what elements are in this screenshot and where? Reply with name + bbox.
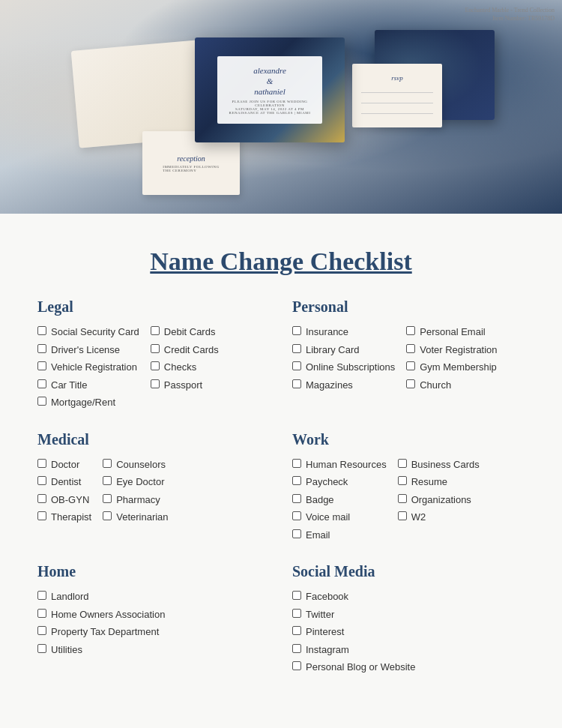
- checkbox[interactable]: [103, 459, 112, 468]
- checkbox[interactable]: [292, 609, 301, 618]
- list-item[interactable]: Dentist: [37, 475, 91, 490]
- checkbox[interactable]: [406, 379, 415, 388]
- list-item[interactable]: Doctor: [37, 457, 91, 472]
- list-item[interactable]: Pinterest: [292, 625, 415, 640]
- list-item[interactable]: Landlord: [37, 589, 165, 604]
- checkbox[interactable]: [292, 379, 301, 388]
- checkbox[interactable]: [292, 494, 301, 503]
- list-item[interactable]: Library Card: [292, 343, 395, 358]
- checkbox[interactable]: [37, 397, 46, 406]
- list-item[interactable]: Human Resources: [292, 457, 387, 472]
- list-item[interactable]: Credit Cards: [151, 343, 219, 358]
- checkbox[interactable]: [398, 476, 407, 485]
- checkbox[interactable]: [103, 494, 112, 503]
- list-item[interactable]: Twitter: [292, 607, 415, 622]
- checkbox[interactable]: [37, 379, 46, 388]
- checkbox[interactable]: [398, 511, 407, 520]
- list-item[interactable]: Social Security Card: [37, 325, 139, 340]
- checkbox[interactable]: [37, 626, 46, 635]
- list-item[interactable]: Mortgage/Rent: [37, 395, 139, 410]
- checkbox[interactable]: [292, 344, 301, 353]
- list-item[interactable]: Eye Doctor: [103, 475, 168, 490]
- checkbox[interactable]: [151, 326, 160, 335]
- personal-col1: Insurance Library Card Online Subscripti…: [292, 325, 395, 392]
- checkbox[interactable]: [37, 326, 46, 335]
- list-item[interactable]: Personal Email: [406, 325, 497, 340]
- list-item[interactable]: Pharmacy: [103, 493, 168, 508]
- checkbox[interactable]: [151, 379, 160, 388]
- hero-banner: Enchanted Marble - Trend Collection Item…: [0, 0, 562, 214]
- footer: cc CARLSON CRAFT® Rev 2/22: [0, 711, 562, 729]
- checkbox[interactable]: [103, 476, 112, 485]
- list-item[interactable]: Gym Membership: [406, 360, 497, 375]
- home-columns: Landlord Home Owners Association Propert…: [37, 589, 270, 657]
- list-item[interactable]: Resume: [398, 475, 480, 490]
- checkbox[interactable]: [37, 644, 46, 653]
- main-card-detail: PLEASE JOIN US FOR OUR WEDDING CELEBRATI…: [223, 100, 316, 115]
- checkbox[interactable]: [406, 344, 415, 353]
- checkbox[interactable]: [292, 326, 301, 335]
- checkbox[interactable]: [103, 511, 112, 520]
- cards-container: alexandre&nathaniel PLEASE JOIN US FOR O…: [45, 15, 517, 206]
- checkbox[interactable]: [398, 459, 407, 468]
- list-item[interactable]: Business Cards: [398, 457, 480, 472]
- list-item[interactable]: Veterinarian: [103, 510, 168, 525]
- list-item[interactable]: OB-GYN: [37, 493, 91, 508]
- list-item[interactable]: Online Subscriptions: [292, 360, 395, 375]
- social-media-col1: Facebook Twitter Pinterest Instagram: [292, 589, 415, 675]
- checkbox[interactable]: [406, 361, 415, 370]
- checkbox[interactable]: [37, 511, 46, 520]
- list-item[interactable]: Voter Registration: [406, 343, 497, 358]
- reception-script: reception: [177, 154, 205, 163]
- checkbox[interactable]: [292, 644, 301, 653]
- list-item[interactable]: Church: [406, 378, 497, 393]
- sections-grid: Legal Social Security Card Driver's Lice…: [37, 298, 525, 696]
- checkbox[interactable]: [292, 661, 301, 670]
- checkbox[interactable]: [37, 476, 46, 485]
- checkbox[interactable]: [37, 344, 46, 353]
- list-item[interactable]: Home Owners Association: [37, 607, 165, 622]
- list-item[interactable]: Magazines: [292, 378, 395, 393]
- checkbox[interactable]: [151, 344, 160, 353]
- list-item[interactable]: Personal Blog or Website: [292, 660, 415, 675]
- checkbox[interactable]: [37, 361, 46, 370]
- checkbox[interactable]: [151, 361, 160, 370]
- list-item[interactable]: Passport: [151, 378, 219, 393]
- list-item[interactable]: Badge: [292, 493, 387, 508]
- checkbox[interactable]: [406, 326, 415, 335]
- checkbox[interactable]: [292, 361, 301, 370]
- list-item[interactable]: W2: [398, 510, 480, 525]
- watermark-line1: Enchanted Marble - Trend Collection: [465, 6, 555, 14]
- work-title: Work: [292, 431, 525, 448]
- checkbox[interactable]: [37, 494, 46, 503]
- checkbox[interactable]: [37, 459, 46, 468]
- checkbox[interactable]: [292, 591, 301, 600]
- list-item[interactable]: Utilities: [37, 643, 165, 658]
- list-item[interactable]: Debit Cards: [151, 325, 219, 340]
- rsvp-line-1: [361, 85, 433, 93]
- list-item[interactable]: Facebook: [292, 589, 415, 604]
- list-item[interactable]: Paycheck: [292, 475, 387, 490]
- checkbox[interactable]: [37, 591, 46, 600]
- checkbox[interactable]: [292, 511, 301, 520]
- checkbox[interactable]: [398, 494, 407, 503]
- list-item[interactable]: Counselors: [103, 457, 168, 472]
- section-work: Work Human Resources Paycheck Badge: [292, 431, 525, 543]
- list-item[interactable]: Checks: [151, 360, 219, 375]
- list-item[interactable]: Therapist: [37, 510, 91, 525]
- checkbox[interactable]: [292, 529, 301, 538]
- list-item[interactable]: Organizations: [398, 493, 480, 508]
- checkbox[interactable]: [37, 609, 46, 618]
- list-item[interactable]: Voice mail: [292, 510, 387, 525]
- list-item[interactable]: Insurance: [292, 325, 395, 340]
- list-item[interactable]: Instagram: [292, 643, 415, 658]
- list-item[interactable]: Vehicle Registration: [37, 360, 139, 375]
- list-item[interactable]: Email: [292, 528, 387, 543]
- list-item[interactable]: Car Title: [37, 378, 139, 393]
- checkbox[interactable]: [292, 626, 301, 635]
- medical-title: Medical: [37, 431, 270, 448]
- checkbox[interactable]: [292, 459, 301, 468]
- list-item[interactable]: Driver's License: [37, 343, 139, 358]
- list-item[interactable]: Property Tax Department: [37, 625, 165, 640]
- checkbox[interactable]: [292, 476, 301, 485]
